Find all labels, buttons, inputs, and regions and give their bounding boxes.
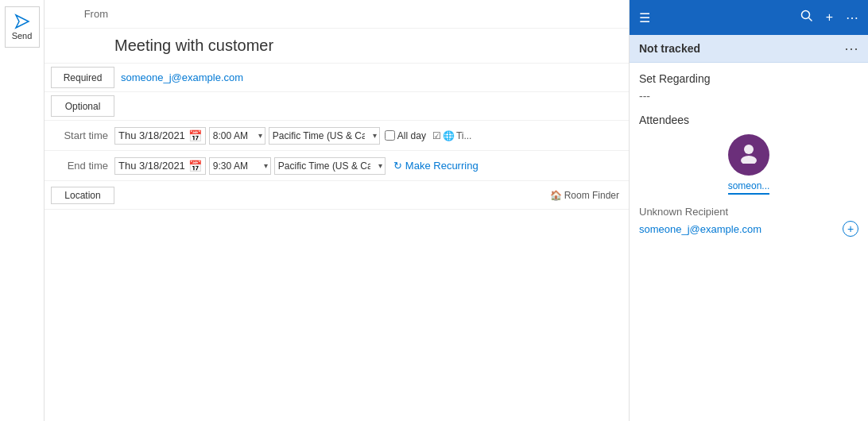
required-row: Required someone_j@example.com: [45, 64, 629, 92]
recurring-icon: ↻: [393, 160, 402, 172]
add-icon[interactable]: +: [826, 10, 833, 25]
optional-row: Optional: [45, 92, 629, 121]
location-row: Location 🏠 Room Finder: [45, 181, 629, 210]
room-finder-icon: 🏠: [550, 190, 562, 201]
right-panel: ☰ + ⋯ Not tracked ⋯ Set Regarding --- At…: [630, 0, 868, 421]
compose-area: From Meeting with customer Required some…: [45, 0, 630, 421]
unknown-email-row: someone_j@example.com +: [639, 221, 858, 237]
required-button[interactable]: Required: [51, 67, 114, 88]
end-time-select-wrap: 9:30 AM 10:00 AM 10:30 AM: [209, 157, 271, 175]
room-finder-label: Room Finder: [564, 190, 619, 201]
end-time-label: End time: [51, 160, 114, 172]
set-regarding-label: Set Regarding: [639, 72, 858, 85]
unknown-recipient-section: Unknown Recipient someone_j@example.com …: [639, 206, 858, 237]
start-date-value: Thu 3/18/2021: [118, 129, 185, 141]
allday-label: All day: [397, 130, 426, 141]
optional-button[interactable]: Optional: [51, 95, 114, 117]
start-time-row: Start time Thu 3/18/2021 📅 8:00 AM 8:30 …: [45, 121, 629, 151]
svg-marker-0: [16, 15, 29, 28]
teams-icon-wrap: ☑ 🌐 Ti...: [432, 130, 472, 141]
title-row: Meeting with customer: [45, 29, 629, 64]
make-recurring-button[interactable]: ↻ Make Recurring: [390, 160, 482, 172]
from-row: From: [45, 0, 629, 29]
unknown-email-link[interactable]: someone_j@example.com: [639, 223, 761, 235]
calendar-icon: 📅: [188, 129, 202, 142]
header-actions: + ⋯: [800, 10, 858, 25]
teams-label: Ti...: [456, 130, 472, 141]
regarding-value: ---: [639, 90, 858, 102]
meeting-title: Meeting with customer: [114, 37, 273, 55]
start-time-select[interactable]: 8:00 AM 8:30 AM 9:00 AM: [209, 127, 265, 145]
send-label: Send: [12, 31, 33, 41]
end-timezone-select[interactable]: Pacific Time (US & Cana... Eastern Time …: [274, 157, 386, 175]
end-date-picker[interactable]: Thu 3/18/2021 📅: [114, 157, 206, 175]
start-date-picker[interactable]: Thu 3/18/2021 📅: [114, 127, 206, 145]
location-button[interactable]: Location: [51, 187, 114, 204]
recurring-label: Make Recurring: [405, 160, 479, 172]
teams-checkbox: ☑: [432, 130, 441, 141]
header-icons: ☰: [639, 10, 650, 25]
send-panel: Send: [0, 0, 45, 421]
required-content: someone_j@example.com: [121, 64, 629, 91]
not-tracked-more-button[interactable]: ⋯: [844, 41, 858, 56]
teams-icon: 🌐: [443, 130, 455, 141]
end-time-row: End time Thu 3/18/2021 📅 9:30 AM 10:00 A…: [45, 151, 629, 181]
required-email[interactable]: someone_j@example.com: [121, 71, 243, 83]
add-recipient-button[interactable]: +: [843, 221, 858, 237]
unknown-recipient-label: Unknown Recipient: [639, 206, 858, 218]
svg-line-2: [808, 18, 812, 21]
not-tracked-text: Not tracked: [639, 42, 700, 55]
right-content: Set Regarding --- Attendees someon... Un…: [630, 63, 868, 421]
allday-wrap: All day: [385, 130, 426, 141]
allday-checkbox[interactable]: [385, 130, 395, 141]
attendee-name: someon...: [728, 180, 770, 195]
not-tracked-bar: Not tracked ⋯: [630, 35, 868, 63]
send-button[interactable]: Send: [5, 6, 40, 48]
from-label: From: [51, 8, 114, 20]
attendee-card: someon...: [639, 134, 858, 196]
svg-point-1: [801, 11, 809, 19]
end-time-select[interactable]: 9:30 AM 10:00 AM 10:30 AM: [209, 157, 271, 175]
send-icon: [14, 14, 30, 29]
start-time-select-wrap: 8:00 AM 8:30 AM 9:00 AM: [209, 127, 265, 145]
start-time-label: Start time: [51, 129, 114, 141]
location-input[interactable]: [114, 187, 547, 203]
end-calendar-icon: 📅: [188, 160, 202, 172]
optional-content: [121, 92, 629, 120]
start-timezone-select[interactable]: Pacific Time (US & Cana... Eastern Time …: [269, 127, 380, 145]
avatar-icon: [738, 141, 760, 168]
right-header: ☰ + ⋯: [630, 0, 868, 35]
end-timezone-wrap: Pacific Time (US & Cana... Eastern Time …: [274, 157, 386, 175]
svg-point-3: [744, 145, 754, 154]
svg-point-4: [741, 156, 757, 164]
search-icon[interactable]: [800, 10, 813, 25]
room-finder-button[interactable]: 🏠 Room Finder: [547, 190, 622, 201]
more-icon[interactable]: ⋯: [846, 10, 858, 25]
attendees-label: Attendees: [639, 114, 858, 126]
menu-icon[interactable]: ☰: [639, 10, 650, 25]
start-timezone-wrap: Pacific Time (US & Cana... Eastern Time …: [269, 127, 380, 145]
attendee-avatar: [728, 134, 769, 176]
end-date-value: Thu 3/18/2021: [118, 160, 185, 172]
